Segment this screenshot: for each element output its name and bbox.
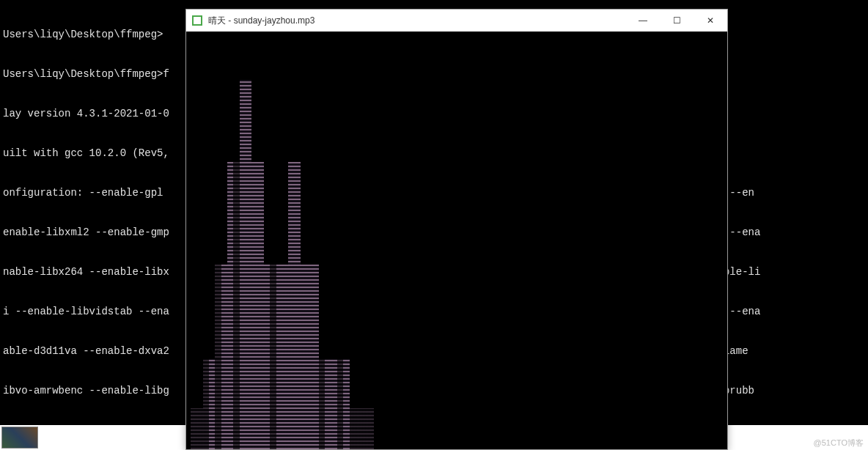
watermark: @51CTO博客 — [814, 438, 864, 449]
desktop-thumbnail — [1, 427, 38, 449]
app-icon — [192, 15, 202, 26]
window-title: 晴天 - sunday-jayzhou.mp3 — [208, 15, 315, 27]
spectrogram — [191, 39, 374, 449]
minimize-button[interactable]: — — [626, 10, 660, 32]
ffplay-window[interactable]: 晴天 - sunday-jayzhou.mp3 — ☐ ✕ — [185, 9, 728, 450]
close-button[interactable]: ✕ — [694, 10, 727, 32]
maximize-button[interactable]: ☐ — [660, 10, 694, 32]
window-titlebar[interactable]: 晴天 - sunday-jayzhou.mp3 — ☐ ✕ — [186, 10, 727, 32]
spectrogram-canvas[interactable] — [186, 32, 727, 449]
